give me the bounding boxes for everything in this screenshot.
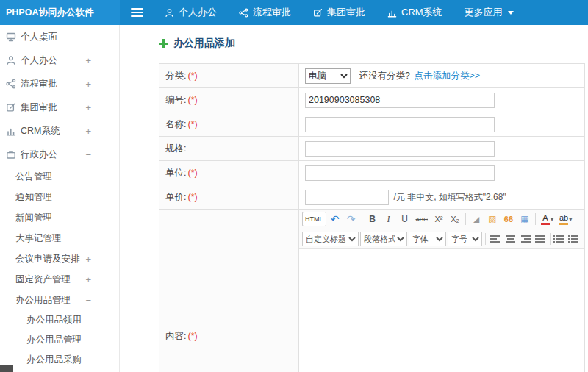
toolbar-separator bbox=[465, 213, 466, 225]
sidebar-item-crm-system[interactable]: CRM系统 + bbox=[0, 119, 119, 143]
nav-personal-office[interactable]: 个人办公 bbox=[154, 0, 228, 25]
superscript-button[interactable]: X² bbox=[431, 212, 446, 226]
sidebar-item-fixed-assets-mgmt[interactable]: 固定资产管理 + bbox=[15, 269, 119, 290]
italic-button[interactable]: I bbox=[381, 212, 396, 226]
sidebar: 个人桌面 个人办公 + 流程审批 + 集团审批 + CRM系统 + 行政办公 −… bbox=[0, 25, 120, 372]
sidebar-item-supplies-purchase[interactable]: 办公用品采购 bbox=[21, 350, 119, 370]
ordered-list-icon[interactable] bbox=[568, 232, 581, 246]
nav-label: 更多应用 bbox=[465, 6, 503, 19]
sidebar-item-label: 大事记管理 bbox=[15, 232, 62, 245]
user-icon bbox=[165, 8, 174, 18]
undo-icon[interactable]: ↶ bbox=[328, 212, 343, 226]
required-mark: (*) bbox=[187, 331, 197, 341]
sidebar-item-workflow-approval[interactable]: 流程审批 + bbox=[0, 72, 119, 96]
expand-icon[interactable]: + bbox=[85, 55, 91, 66]
desktop-icon bbox=[6, 32, 16, 42]
nav-crm-system[interactable]: CRM系统 bbox=[376, 0, 453, 25]
sidebar-item-label: 办公用品管理 bbox=[26, 334, 82, 346]
sidebar-item-notice-mgmt[interactable]: 通知管理 bbox=[15, 187, 119, 207]
expand-icon[interactable]: + bbox=[85, 126, 91, 137]
bold-button[interactable]: B bbox=[365, 212, 380, 226]
form-row-category: 分类:(*) 电脑 还没有分类? 点击添加分类>> bbox=[159, 64, 585, 88]
category-select[interactable]: 电脑 bbox=[305, 68, 351, 84]
sidebar-item-supplies-manage[interactable]: 办公用品管理 bbox=[21, 330, 119, 350]
font-family-select[interactable]: 字体 bbox=[409, 232, 446, 246]
office-supply-add-form: 分类:(*) 电脑 还没有分类? 点击添加分类>> 编号:(*) 名称:(*) … bbox=[159, 63, 585, 372]
sidebar-item-personal-office[interactable]: 个人办公 + bbox=[0, 49, 119, 72]
form-row-content: 内容:(*) HTML ↶ ↷ B I U ABC X² X₂ bbox=[159, 210, 585, 372]
hamburger-menu-icon[interactable] bbox=[120, 0, 154, 25]
sidebar-item-label: 固定资产管理 bbox=[15, 273, 71, 286]
page-title: 办公用品添加 bbox=[173, 37, 235, 50]
nav-workflow-approval[interactable]: 流程审批 bbox=[228, 0, 302, 25]
briefcase-icon bbox=[6, 149, 16, 160]
html-source-button[interactable]: HTML bbox=[302, 212, 326, 226]
sidebar-item-label: 流程审批 bbox=[21, 78, 57, 90]
chart-icon bbox=[387, 8, 397, 18]
name-input[interactable] bbox=[305, 117, 495, 132]
nav-label: 流程审批 bbox=[253, 6, 291, 19]
spec-input[interactable] bbox=[305, 141, 495, 157]
sidebar-item-label: 集团审批 bbox=[21, 101, 57, 114]
align-right-icon[interactable] bbox=[519, 232, 532, 246]
sidebar-item-personal-desktop[interactable]: 个人桌面 bbox=[0, 25, 119, 49]
editor-toolbar-row-2: 自定义标题 段落格式 字体 字号 bbox=[299, 229, 584, 249]
sidebar-item-news-mgmt[interactable]: 新闻管理 bbox=[15, 207, 119, 228]
expand-icon[interactable]: + bbox=[85, 79, 91, 90]
align-center-icon[interactable] bbox=[504, 232, 517, 246]
nav-group-approval[interactable]: 集团审批 bbox=[302, 0, 376, 25]
collapse-icon[interactable]: − bbox=[85, 149, 91, 160]
admin-office-submenu: 公告管理 通知管理 新闻管理 大事记管理 会议申请及安排 + 固定资产管理 + … bbox=[0, 166, 119, 370]
align-left-icon[interactable] bbox=[489, 232, 502, 246]
field-label: 规格: bbox=[165, 143, 186, 154]
sidebar-item-memorabilia-mgmt[interactable]: 大事记管理 bbox=[15, 228, 119, 248]
unordered-list-icon[interactable] bbox=[553, 232, 567, 246]
expand-icon[interactable]: + bbox=[85, 102, 91, 113]
sidebar-item-label: 办公用品采购 bbox=[26, 354, 82, 366]
underline-button[interactable]: U bbox=[398, 212, 412, 226]
required-mark: (*) bbox=[187, 192, 197, 202]
field-label: 单价: bbox=[165, 192, 186, 202]
required-mark: (*) bbox=[187, 119, 197, 129]
add-category-link[interactable]: 点击添加分类>> bbox=[414, 71, 480, 81]
format-brush-icon[interactable]: ▨ bbox=[485, 212, 500, 226]
form-row-unit: 单位:(*) bbox=[159, 161, 585, 185]
category-hint: 还没有分类? bbox=[359, 71, 409, 81]
sidebar-item-admin-office[interactable]: 行政办公 − bbox=[0, 143, 119, 166]
redo-icon[interactable]: ↷ bbox=[344, 212, 359, 226]
sidebar-item-group-approval[interactable]: 集团审批 + bbox=[0, 96, 119, 119]
align-justify-icon[interactable] bbox=[534, 232, 547, 246]
sidebar-item-label: 公告管理 bbox=[15, 171, 52, 183]
sidebar-item-supplies-claim[interactable]: 办公用品领用 bbox=[21, 310, 119, 330]
sidebar-item-office-supplies-mgmt[interactable]: 办公用品管理 − bbox=[15, 290, 119, 310]
code-input[interactable] bbox=[305, 93, 495, 108]
paragraph-format-select[interactable]: 段落格式 bbox=[360, 232, 407, 246]
form-row-price: 单价:(*) /元 非中文, 如填写格式"2.68" bbox=[159, 185, 585, 210]
expand-icon[interactable]: + bbox=[85, 274, 91, 285]
font-size-select[interactable]: 字号 bbox=[448, 232, 482, 246]
collapse-icon[interactable]: − bbox=[85, 295, 91, 306]
nav-more-apps[interactable]: 更多应用 bbox=[453, 0, 525, 25]
sidebar-item-label: 办公用品管理 bbox=[15, 294, 71, 307]
price-input[interactable] bbox=[305, 190, 389, 205]
sidebar-item-announcement-mgmt[interactable]: 公告管理 bbox=[15, 166, 119, 187]
blockquote-icon[interactable]: 66 bbox=[501, 212, 516, 226]
heading-style-select[interactable]: 自定义标题 bbox=[302, 232, 359, 246]
font-color-button[interactable]: A ▾ bbox=[539, 212, 556, 226]
insert-table-icon[interactable]: ▦ bbox=[517, 212, 532, 226]
flow-icon bbox=[6, 79, 16, 89]
format-eraser-icon[interactable]: ◢ bbox=[469, 212, 484, 226]
editor-content-area[interactable] bbox=[299, 249, 584, 372]
highlight-color-button[interactable]: ab ▾ bbox=[557, 212, 574, 226]
sidebar-item-label: CRM系统 bbox=[21, 125, 60, 137]
scrollbar-thumb[interactable] bbox=[0, 365, 13, 372]
unit-input[interactable] bbox=[305, 165, 495, 181]
sidebar-item-meeting-mgmt[interactable]: 会议申请及安排 + bbox=[15, 248, 119, 269]
sidebar-item-label: 行政办公 bbox=[21, 149, 57, 161]
app-logo: PHPOA协同办公软件 bbox=[0, 0, 120, 25]
nav-label: 个人办公 bbox=[179, 6, 217, 19]
strikethrough-button[interactable]: ABC bbox=[414, 212, 430, 226]
expand-icon[interactable]: + bbox=[85, 254, 91, 265]
subscript-button[interactable]: X₂ bbox=[448, 212, 462, 226]
field-label: 编号: bbox=[165, 95, 186, 105]
